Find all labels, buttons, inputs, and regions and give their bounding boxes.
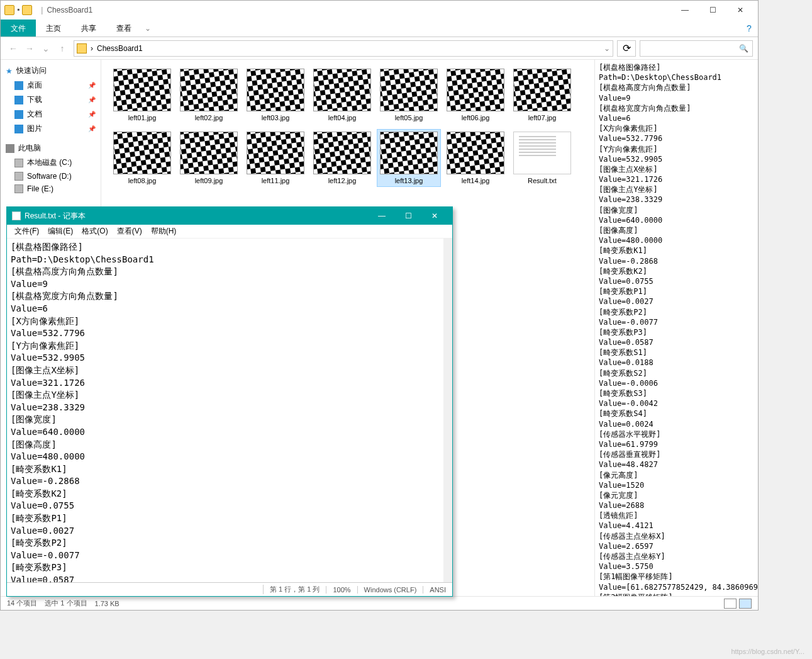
image-thumbnail bbox=[247, 69, 304, 111]
search-icon: 🔍 bbox=[739, 44, 748, 53]
file-item[interactable]: left07.jpg bbox=[510, 66, 574, 124]
up-button[interactable]: ↑ bbox=[55, 41, 70, 56]
file-item[interactable]: left06.jpg bbox=[443, 66, 508, 124]
folder-icon bbox=[4, 5, 14, 15]
view-details-button[interactable] bbox=[724, 599, 737, 609]
file-item[interactable]: left14.jpg bbox=[443, 129, 508, 187]
menu-help[interactable]: 帮助(H) bbox=[147, 225, 181, 238]
menu-file[interactable]: 文件(F) bbox=[11, 225, 43, 238]
explorer-titlebar[interactable]: ▪ | ChessBoard1 — ☐ ✕ bbox=[1, 1, 758, 20]
chevron-right-icon: › bbox=[91, 44, 93, 53]
image-thumbnail bbox=[313, 69, 371, 111]
image-thumbnail bbox=[380, 69, 438, 111]
minimize-button[interactable]: — bbox=[671, 1, 699, 19]
search-input[interactable]: 🔍 bbox=[640, 40, 753, 57]
ribbon-tabs: 文件 主页 共享 查看 ⌄ ? bbox=[1, 20, 758, 37]
image-thumbnail bbox=[513, 69, 571, 111]
forward-button[interactable]: → bbox=[22, 41, 37, 56]
status-selected: 选中 1 个项目 bbox=[45, 599, 87, 608]
chevron-down-icon[interactable]: ⌄ bbox=[604, 44, 610, 53]
menu-edit[interactable]: 编辑(E) bbox=[44, 225, 77, 238]
image-thumbnail bbox=[113, 132, 171, 174]
view-thumbnails-button[interactable] bbox=[739, 599, 752, 609]
sidebar-item-pictures[interactable]: 图片📌 bbox=[1, 121, 101, 136]
qa-icon: ▪ bbox=[17, 5, 19, 15]
sidebar-item-documents[interactable]: 文档📌 bbox=[1, 107, 101, 121]
expand-ribbon-icon[interactable]: ⌄ bbox=[142, 20, 154, 37]
pc-icon bbox=[6, 144, 14, 153]
drive-icon bbox=[14, 184, 23, 193]
file-label: left03.jpg bbox=[262, 114, 290, 121]
file-label: left14.jpg bbox=[462, 177, 490, 184]
sidebar-quick-access[interactable]: ★ 快速访问 bbox=[1, 64, 101, 78]
menu-view[interactable]: 查看(V) bbox=[113, 225, 146, 238]
file-label: left01.jpg bbox=[128, 114, 157, 121]
text-file-icon bbox=[513, 132, 571, 174]
pin-icon: 📌 bbox=[88, 96, 96, 103]
file-label: left07.jpg bbox=[528, 114, 557, 121]
file-item[interactable]: left08.jpg bbox=[110, 129, 174, 187]
path-input[interactable]: › ChessBoard1 ⌄ bbox=[74, 40, 613, 57]
back-button[interactable]: ← bbox=[6, 41, 21, 56]
desktop-icon bbox=[14, 81, 23, 90]
status-encoding: ANSI bbox=[423, 586, 452, 594]
folder-icon bbox=[77, 43, 87, 54]
file-label: left05.jpg bbox=[395, 114, 423, 121]
file-item[interactable]: left11.jpg bbox=[243, 129, 308, 187]
watermark: https://blog.csdn.net/Y... bbox=[731, 648, 804, 655]
tab-share[interactable]: 共享 bbox=[71, 20, 106, 37]
status-eol: Windows (CRLF) bbox=[357, 586, 423, 594]
pin-icon: 📌 bbox=[88, 82, 96, 89]
address-bar: ← → ⌄ ↑ › ChessBoard1 ⌄ ⟳ 🔍 bbox=[1, 37, 758, 60]
status-zoom: 100% bbox=[326, 586, 357, 594]
file-label: left11.jpg bbox=[262, 177, 290, 184]
folder-icon bbox=[22, 5, 32, 15]
file-label: left06.jpg bbox=[462, 114, 490, 121]
status-bar: 14 个项目 选中 1 个项目 1.73 KB bbox=[1, 596, 758, 610]
maximize-button[interactable]: ☐ bbox=[396, 208, 421, 223]
file-item[interactable]: left09.jpg bbox=[177, 129, 241, 187]
drive-icon bbox=[14, 172, 23, 181]
file-label: left09.jpg bbox=[195, 177, 223, 184]
sidebar-item-downloads[interactable]: 下载📌 bbox=[1, 93, 101, 107]
maximize-button[interactable]: ☐ bbox=[699, 1, 726, 19]
sidebar-this-pc[interactable]: 此电脑 bbox=[1, 141, 101, 155]
notepad-title: Result.txt - 记事本 bbox=[25, 211, 86, 222]
notepad-titlebar[interactable]: Result.txt - 记事本 — ☐ ✕ bbox=[7, 207, 452, 225]
tab-view[interactable]: 查看 bbox=[106, 20, 142, 37]
menu-format[interactable]: 格式(O) bbox=[78, 225, 111, 238]
sidebar-item-drive-d[interactable]: Software (D:) bbox=[1, 170, 101, 183]
file-item[interactable]: left13.jpg bbox=[377, 129, 441, 187]
image-thumbnail bbox=[380, 132, 438, 174]
file-label: left13.jpg bbox=[395, 177, 423, 184]
preview-pane: [棋盘格图像路径] Path=D:\Desktop\ChessBoard1 [棋… bbox=[594, 60, 758, 596]
sidebar-item-desktop[interactable]: 桌面📌 bbox=[1, 78, 101, 93]
refresh-button[interactable]: ⟳ bbox=[617, 40, 636, 57]
drive-icon bbox=[14, 159, 23, 167]
recent-dropdown[interactable]: ⌄ bbox=[38, 41, 53, 56]
file-label: left12.jpg bbox=[328, 177, 357, 184]
file-item[interactable]: left05.jpg bbox=[377, 66, 441, 124]
close-button[interactable]: ✕ bbox=[726, 1, 754, 19]
notepad-text-area[interactable]: [棋盘格图像路径] Path=D:\Desktop\ChessBoard1 [棋… bbox=[7, 239, 452, 582]
file-item[interactable]: left04.jpg bbox=[310, 66, 374, 124]
sidebar-item-drive-c[interactable]: 本地磁盘 (C:) bbox=[1, 155, 101, 170]
file-item[interactable]: left01.jpg bbox=[110, 66, 174, 124]
notepad-statusbar: 第 1 行，第 1 列 100% Windows (CRLF) ANSI bbox=[7, 582, 452, 596]
file-item[interactable]: left12.jpg bbox=[310, 129, 374, 187]
tab-home[interactable]: 主页 bbox=[36, 20, 71, 37]
file-item[interactable]: Result.txt bbox=[510, 129, 574, 187]
file-item[interactable]: left02.jpg bbox=[177, 66, 241, 124]
window-title: ChessBoard1 bbox=[47, 6, 92, 14]
image-thumbnail bbox=[313, 132, 371, 174]
file-item[interactable]: left03.jpg bbox=[243, 66, 308, 124]
sidebar-item-drive-e[interactable]: File (E:) bbox=[1, 183, 101, 195]
notepad-icon bbox=[12, 211, 21, 220]
breadcrumb-segment[interactable]: ChessBoard1 bbox=[97, 44, 143, 53]
help-icon[interactable]: ? bbox=[740, 20, 758, 37]
file-label: left02.jpg bbox=[195, 114, 223, 121]
minimize-button[interactable]: — bbox=[369, 208, 394, 223]
close-button[interactable]: ✕ bbox=[422, 208, 447, 223]
tab-file[interactable]: 文件 bbox=[1, 20, 36, 37]
star-icon: ★ bbox=[6, 67, 13, 76]
